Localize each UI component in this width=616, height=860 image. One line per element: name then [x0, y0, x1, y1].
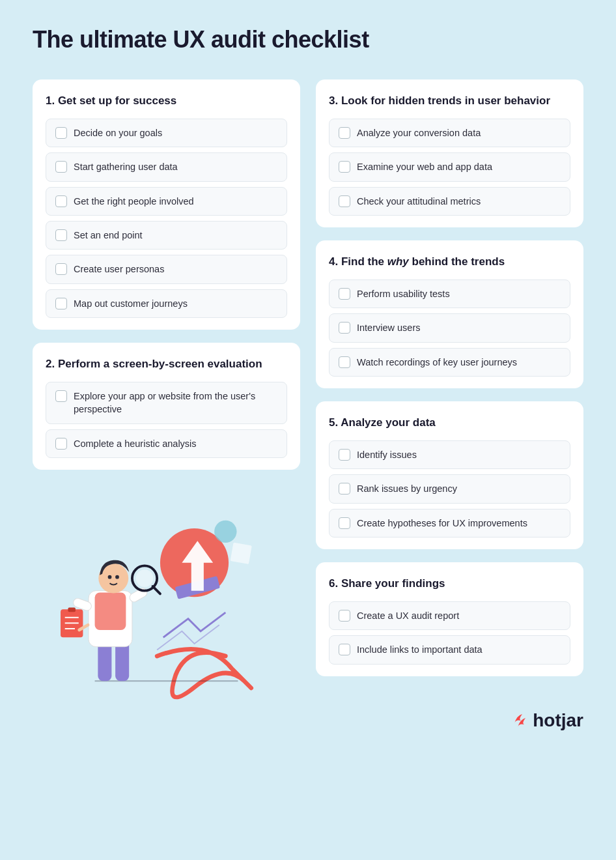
list-item[interactable]: Identify issues — [329, 440, 570, 469]
left-column: 1. Get set up for success Decide on your… — [33, 79, 300, 711]
page-title: The ultimate UX audit checklist — [33, 26, 583, 53]
checkbox[interactable] — [55, 195, 67, 207]
list-item[interactable]: Analyze your conversion data — [329, 119, 570, 147]
checkbox[interactable] — [339, 288, 350, 300]
checkbox[interactable] — [339, 356, 350, 368]
checkbox[interactable] — [339, 449, 350, 461]
checkbox[interactable] — [55, 127, 67, 139]
section-2-title: 2. Perform a screen-by-screen evaluation — [46, 357, 287, 371]
section-1-card: 1. Get set up for success Decide on your… — [33, 79, 300, 330]
list-item[interactable]: Complete a heuristic analysis — [46, 429, 287, 458]
hotjar-logo: hotjar — [509, 709, 583, 733]
list-item[interactable]: Set an end point — [46, 221, 287, 250]
section-4-card: 4. Find the why behind the trends Perfor… — [316, 240, 583, 388]
list-item[interactable]: Create hypotheses for UX improvements — [329, 509, 570, 538]
hotjar-icon — [509, 709, 529, 733]
section-5-title: 5. Analyze your data — [329, 416, 570, 430]
checkbox[interactable] — [55, 263, 67, 275]
right-column: 3. Look for hidden trends in user behavi… — [316, 79, 583, 733]
section-5-card: 5. Analyze your data Identify issues Ran… — [316, 401, 583, 549]
checkbox[interactable] — [55, 438, 67, 450]
checkbox[interactable] — [339, 127, 350, 139]
section-6-title: 6. Share your findings — [329, 577, 570, 591]
section-4-title: 4. Find the why behind the trends — [329, 255, 570, 269]
section-6-card: 6. Share your findings Create a UX audit… — [316, 562, 583, 676]
svg-point-21 — [108, 575, 112, 579]
list-item[interactable]: Start gathering user data — [46, 152, 287, 181]
checkbox[interactable] — [339, 483, 350, 494]
svg-rect-9 — [95, 592, 126, 629]
checkbox[interactable] — [339, 644, 350, 655]
list-item[interactable]: Map out customer journeys — [46, 289, 287, 318]
list-item[interactable]: Check your attitudinal metrics — [329, 187, 570, 216]
checkbox[interactable] — [339, 517, 350, 529]
list-item[interactable]: Decide on your goals — [46, 119, 287, 147]
svg-point-18 — [136, 569, 154, 587]
list-item[interactable]: Examine your web and app data — [329, 152, 570, 181]
list-item[interactable]: Create user personas — [46, 255, 287, 283]
list-item[interactable]: Perform usability tests — [329, 280, 570, 308]
list-item[interactable]: Get the right people involved — [46, 187, 287, 216]
list-item[interactable]: Rank issues by urgency — [329, 474, 570, 503]
svg-point-22 — [115, 575, 119, 579]
checkbox[interactable] — [339, 161, 350, 173]
list-item[interactable]: Create a UX audit report — [329, 601, 570, 630]
list-item[interactable]: Include links to important data — [329, 635, 570, 664]
hotjar-logo-text: hotjar — [533, 710, 583, 731]
checkbox[interactable] — [55, 298, 67, 309]
hotjar-branding: hotjar — [316, 709, 583, 733]
svg-rect-12 — [68, 607, 75, 612]
section-2-card: 2. Perform a screen-by-screen evaluation… — [33, 343, 300, 470]
checkbox[interactable] — [55, 229, 67, 241]
checkbox[interactable] — [55, 390, 67, 402]
checkbox[interactable] — [339, 322, 350, 334]
svg-point-1 — [214, 521, 236, 543]
checkbox[interactable] — [55, 161, 67, 173]
content-columns: 1. Get set up for success Decide on your… — [33, 79, 583, 733]
section-2-checklist: Explore your app or website from the use… — [46, 382, 287, 458]
list-item[interactable]: Interview users — [329, 313, 570, 342]
section-6-checklist: Create a UX audit report Include links t… — [329, 601, 570, 665]
list-item[interactable]: Explore your app or website from the use… — [46, 382, 287, 424]
checkbox[interactable] — [339, 610, 350, 622]
section-5-checklist: Identify issues Rank issues by urgency C… — [329, 440, 570, 538]
svg-rect-3 — [231, 543, 252, 564]
list-item[interactable]: Watch recordings of key user journeys — [329, 348, 570, 377]
section-3-checklist: Analyze your conversion data Examine you… — [329, 119, 570, 216]
section-1-checklist: Decide on your goals Start gathering use… — [46, 119, 287, 318]
section-4-checklist: Perform usability tests Interview users … — [329, 280, 570, 377]
section-3-card: 3. Look for hidden trends in user behavi… — [316, 79, 583, 227]
illustration — [33, 489, 300, 711]
checkbox[interactable] — [339, 195, 350, 207]
svg-line-19 — [152, 586, 160, 594]
section-3-title: 3. Look for hidden trends in user behavi… — [329, 94, 570, 108]
section-1-title: 1. Get set up for success — [46, 94, 287, 108]
